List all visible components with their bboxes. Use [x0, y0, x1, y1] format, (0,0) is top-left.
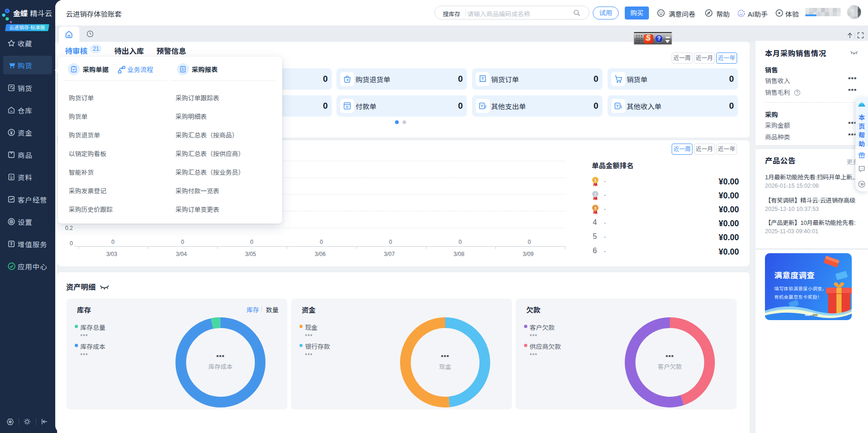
- svg-text:2: 2: [594, 192, 596, 197]
- svg-text:1: 1: [594, 178, 596, 183]
- svg-text:3: 3: [594, 206, 596, 210]
